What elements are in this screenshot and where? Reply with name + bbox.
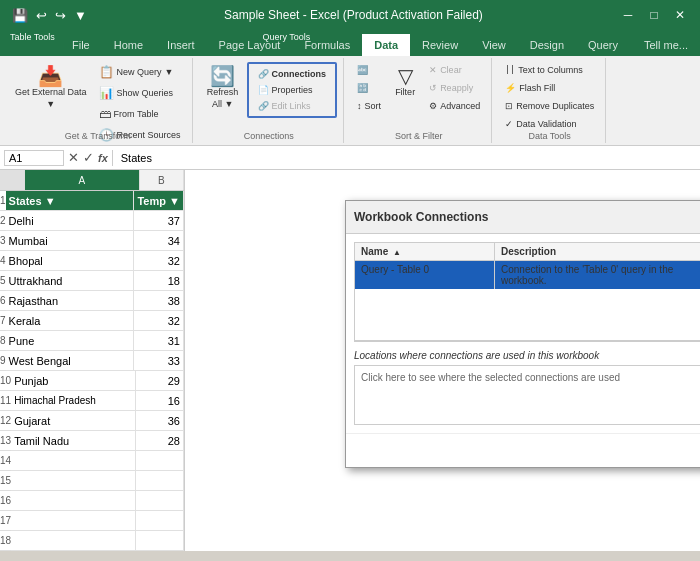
cell-a4[interactable]: Bhopal (6, 251, 135, 271)
table-row: 7 Kerala 32 (0, 311, 184, 331)
redo-icon[interactable]: ↪ (53, 6, 68, 25)
table-row: 10 Punjab 29 (0, 371, 184, 391)
cell-b3[interactable]: 34 (134, 231, 184, 251)
table-row: 8 Pune 31 (0, 331, 184, 351)
flash-fill-button[interactable]: ⚡ Flash Fill (500, 80, 560, 96)
conn-name: Query - Table 0 (355, 261, 495, 289)
col-header-a[interactable]: A (25, 170, 140, 190)
cell-a2[interactable]: Delhi (6, 211, 135, 231)
cell-b8[interactable]: 31 (134, 331, 184, 351)
show-queries-button[interactable]: 📊 Show Queries (94, 83, 186, 103)
customize-qa-icon[interactable]: ▼ (72, 6, 89, 25)
cell-b14[interactable] (136, 451, 184, 471)
close-button[interactable]: ✕ (670, 5, 690, 25)
data-validation-button[interactable]: ✓ Data Validation (500, 116, 581, 132)
edit-links-button[interactable]: 🔗 Edit Links (253, 98, 332, 114)
sort-button[interactable]: ↕ Sort (352, 98, 386, 114)
quick-access-toolbar: 💾 ↩ ↪ ▼ (10, 6, 89, 25)
formula-input[interactable] (117, 151, 696, 165)
cell-a1[interactable]: States ▼ (6, 191, 135, 211)
row-num-12: 12 (0, 411, 11, 431)
table-row: 2 Delhi 37 (0, 211, 184, 231)
properties-button[interactable]: 📄 Properties (253, 82, 332, 98)
cell-b17[interactable] (136, 511, 184, 531)
from-table-button[interactable]: 🗃 From Table (94, 104, 186, 124)
col-headers: A B (0, 170, 184, 191)
connections-table-body: Query - Table 0 Connection to the 'Table… (355, 261, 700, 341)
locations-label: Locations where connections are used in … (354, 350, 700, 361)
cell-a15[interactable] (11, 471, 136, 491)
cell-b5[interactable]: 18 (134, 271, 184, 291)
table-row: 1 States ▼ Temp ▼ (0, 191, 184, 211)
table-row: 11 Himachal Pradesh 16 (0, 391, 184, 411)
get-transform-label: Get & Transform (4, 131, 192, 141)
clear-button[interactable]: ✕ Clear (424, 62, 485, 78)
cell-a16[interactable] (11, 491, 136, 511)
cell-b10[interactable]: 29 (136, 371, 184, 391)
col-header-b[interactable]: B (140, 170, 184, 190)
get-external-data-button[interactable]: 📥 Get External Data ▼ (10, 62, 92, 114)
window-controls: ─ □ ✕ (618, 5, 690, 25)
tab-view[interactable]: View (470, 34, 518, 56)
cell-b12[interactable]: 36 (136, 411, 184, 431)
cell-a10[interactable]: Punjab (11, 371, 136, 391)
locations-box[interactable]: Click here to see where the selected con… (354, 365, 700, 425)
cell-b11[interactable]: 16 (136, 391, 184, 411)
cell-a18[interactable] (11, 531, 136, 551)
cell-b16[interactable] (136, 491, 184, 511)
tab-review[interactable]: Review (410, 34, 470, 56)
table-row: 13 Tamil Nadu 28 (0, 431, 184, 451)
cell-b1[interactable]: Temp ▼ (134, 191, 184, 211)
cell-a17[interactable] (11, 511, 136, 531)
tab-query[interactable]: Query (576, 34, 630, 56)
table-row: 4 Bhopal 32 (0, 251, 184, 271)
tab-data[interactable]: Data (362, 34, 410, 56)
connections-button[interactable]: 🔗 Connections (253, 66, 332, 82)
advanced-button[interactable]: ⚙ Advanced (424, 98, 485, 114)
table-row: 6 Rajasthan 38 (0, 291, 184, 311)
spreadsheet-area: A B 1 States ▼ Temp ▼ 2 Delhi 37 3 Mumba… (0, 170, 700, 551)
connections-table: Name ▲ Description La... Query - Table 0… (354, 242, 700, 342)
maximize-button[interactable]: □ (644, 5, 664, 25)
remove-duplicates-button[interactable]: ⊡ Remove Duplicates (500, 98, 599, 114)
table-row: 16 (0, 491, 184, 511)
table-row: 14 (0, 451, 184, 471)
cell-a11[interactable]: Himachal Pradesh (11, 391, 136, 411)
new-query-button[interactable]: 📋 New Query ▼ (94, 62, 186, 82)
connection-row[interactable]: Query - Table 0 Connection to the 'Table… (355, 261, 700, 289)
cell-b7[interactable]: 32 (134, 311, 184, 331)
cell-b13[interactable]: 28 (136, 431, 184, 451)
undo-icon[interactable]: ↩ (34, 6, 49, 25)
cell-a9[interactable]: West Bengal (6, 351, 135, 371)
col-header-desc: Description (495, 243, 700, 260)
cell-a3[interactable]: Mumbai (6, 231, 135, 251)
cell-a12[interactable]: Gujarat (11, 411, 136, 431)
cell-b4[interactable]: 32 (134, 251, 184, 271)
spreadsheet: A B 1 States ▼ Temp ▼ 2 Delhi 37 3 Mumba… (0, 170, 185, 551)
tab-design[interactable]: Design (518, 34, 576, 56)
table-row: 17 (0, 511, 184, 531)
minimize-button[interactable]: ─ (618, 5, 638, 25)
tell-me-input[interactable]: Tell me... (632, 34, 700, 56)
cell-a14[interactable] (11, 451, 136, 471)
cell-b2[interactable]: 37 (134, 211, 184, 231)
cell-b15[interactable] (136, 471, 184, 491)
row-num-13: 13 (0, 431, 11, 451)
cell-a8[interactable]: Pune (6, 331, 135, 351)
edit-links-icon: 🔗 (258, 101, 269, 111)
cell-b18[interactable] (136, 531, 184, 551)
cell-a13[interactable]: Tamil Nadu (11, 431, 136, 451)
sort-az-button[interactable]: 🔤 (352, 62, 386, 78)
reapply-button[interactable]: ↺ Reapply (424, 80, 485, 96)
cell-b6[interactable]: 38 (134, 291, 184, 311)
text-to-columns-button[interactable]: ⏐⏐ Text to Columns (500, 62, 588, 78)
connections-table-header: Name ▲ Description La... (355, 243, 700, 261)
cell-b9[interactable]: 33 (134, 351, 184, 371)
cell-a6[interactable]: Rajasthan (6, 291, 135, 311)
cell-a7[interactable]: Kerala (6, 311, 135, 331)
refresh-all-button[interactable]: 🔄 Refresh All ▼ (201, 62, 245, 118)
filter-button[interactable]: ▽ Filter (388, 62, 422, 114)
save-icon[interactable]: 💾 (10, 6, 30, 25)
cell-a5[interactable]: Uttrakhand (6, 271, 135, 291)
sort-za-button[interactable]: 🔡 (352, 80, 386, 96)
